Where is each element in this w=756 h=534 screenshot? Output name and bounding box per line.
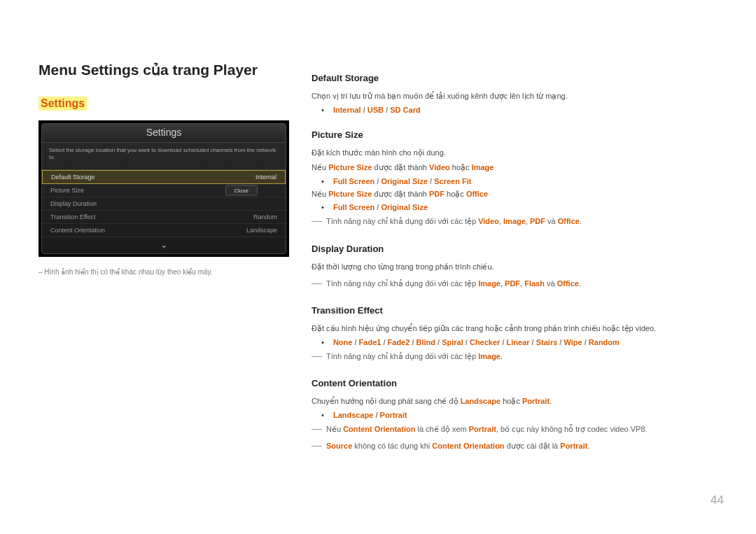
device-window-title: Settings [42,124,286,143]
option: Random [589,338,620,346]
heading: Picture Size [312,129,721,140]
keyword: Video [429,163,450,171]
option: Original Size [381,177,428,185]
left-column: Menu Settings của trang Player Settings … [38,62,290,455]
text: , bố cục này không hỗ trợ codec video VP… [496,425,648,433]
device-row-value: Landscape [246,227,277,234]
device-row-display-duration: Display Duration [42,197,286,211]
heading: Content Orientation [312,378,721,388]
text: Tính năng này chỉ khả dụng đối với các t… [326,279,478,288]
keyword: Portrait [560,442,587,450]
separator: / [352,338,358,346]
section-picture-size: Picture Size Đặt kích thước màn hình cho… [312,129,721,228]
paragraph: Chuyển hướng nội dung phát sang chế độ L… [312,395,721,408]
text: và [545,217,558,225]
device-row-label: Transition Effect [50,213,96,220]
device-window: Settings Select the storage location tha… [41,123,286,254]
keyword: Landscape [461,397,500,405]
keyword: Image [478,352,500,360]
note: ― Tính năng này chỉ khả dụng đối với các… [312,216,721,228]
device-row-value: Internal [255,174,276,181]
separator: / [463,338,470,346]
device-row-transition-effect: Transition Effect Random [42,211,286,224]
note-text: Tính năng này chỉ khả dụng đối với các t… [326,278,721,290]
text: Tính năng này chỉ khả dụng đối với các t… [326,352,478,360]
text: được đặt thành [372,163,429,171]
option-list: None / Fade1 / Fade2 / Blind / Spiral / … [321,338,721,346]
text: . [579,279,581,288]
text: hoặc [450,163,472,171]
note-text: Nếu Content Orientation là chế độ xem Po… [326,423,721,436]
separator: / [500,338,506,346]
section-display-duration: Display Duration Đặt thời lượng cho từng… [312,244,721,290]
device-row-content-orientation: Content Orientation Landscape [42,224,286,237]
device-row-label: Default Storage [51,174,95,181]
note: ― Tính năng này chỉ khả dụng đối với các… [312,278,721,290]
device-close-button: Close [225,185,258,196]
option: Full Screen [333,177,374,185]
device-row-value: Random [253,213,277,220]
text: hoặc [500,397,522,405]
separator: / [530,338,536,346]
manual-page: Menu Settings của trang Player Settings … [0,0,756,455]
keyword: PDF [530,217,545,225]
separator: / [381,338,387,346]
section-default-storage: Default Storage Chọn vị trí lưu trữ mà b… [312,73,721,114]
device-row-label: Display Duration [50,200,97,207]
keyword: Image [503,217,526,225]
option: Checker [470,338,500,346]
device-row-default-storage: Default Storage Internal [42,170,286,184]
separator: / [582,338,589,346]
keyword: Office [558,217,580,225]
device-hint-text: Select the storage location that you wan… [42,143,286,170]
section-highlight: Settings [38,97,87,111]
paragraph: Đặt kích thước màn hình cho nội dung. [312,147,721,160]
option: None [333,338,353,346]
option: Landscape [333,411,373,419]
note-text: Tính năng này chỉ khả dụng đối với các t… [326,216,721,228]
text: . [587,442,589,450]
keyword: Image [472,163,494,171]
note: ― Nếu Content Orientation là chế độ xem … [312,423,721,436]
option: Fade2 [388,338,410,346]
page-number: 44 [710,493,724,507]
note-dash-icon: ― [312,278,322,290]
chevron-down-icon: ⌄ [42,237,286,253]
device-row-label: Content Orientation [50,227,105,234]
separator: / [435,338,442,346]
keyword: Source [326,442,352,450]
option-list: Full Screen / Original Size [321,203,721,211]
option-list: Landscape / Portrait [321,411,721,419]
note-dash-icon: ― [312,216,322,228]
heading: Transition Effect [312,305,721,316]
keyword: Video [478,217,499,225]
option-list: Full Screen / Original Size / Screen Fit [321,177,721,185]
heading: Display Duration [312,244,721,254]
keyword: Office [557,279,579,288]
paragraph: Đặt thời lượng cho từng trang trong phần… [312,261,721,274]
keyword: Portrait [469,425,496,433]
separator: / [410,338,416,346]
note-dash-icon: ― [312,423,322,436]
paragraph: Nếu Picture Size được đặt thành PDF hoặc… [312,188,721,201]
option-list: Internal / USB / SD Card [321,106,721,114]
keyword: Flash [524,279,545,288]
keyword: Picture Size [328,163,372,171]
device-row-label: Picture Size [50,187,84,194]
text: Tính năng này chỉ khả dụng đối với các t… [326,217,478,225]
text: Nếu [326,425,343,433]
option: SD Card [390,106,420,114]
section-content-orientation: Content Orientation Chuyển hướng nội dun… [312,378,721,452]
device-row-picture-size: Picture Size Close [42,184,286,197]
text: . [550,397,552,405]
right-column: Default Storage Chọn vị trí lưu trữ mà b… [312,62,721,455]
option: Blind [416,338,436,346]
note: ― Source không có tác dụng khi Content O… [312,440,721,453]
note-dash-icon: ― [312,440,322,453]
text: được cài đặt là [505,442,561,450]
heading: Default Storage [312,73,721,83]
option: Linear [507,338,530,346]
keyword: PDF [429,190,444,198]
paragraph: Chọn vị trí lưu trữ mà bạn muốn để tải x… [312,90,721,103]
option: Stairs [536,338,558,346]
